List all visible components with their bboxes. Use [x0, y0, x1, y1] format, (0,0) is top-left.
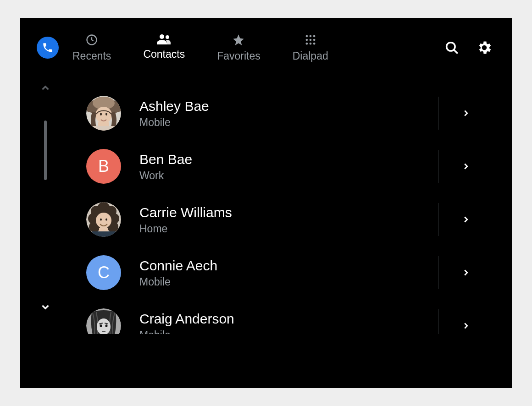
contact-row[interactable]: B Ben Bae Work — [86, 140, 512, 193]
row-divider — [438, 150, 438, 183]
contact-detail-button[interactable] — [457, 108, 475, 118]
svg-point-40 — [105, 324, 108, 327]
chevron-right-icon — [461, 108, 471, 118]
contact-info: Connie Aech Mobile — [139, 258, 438, 288]
contact-phone-type: Mobile — [139, 329, 438, 335]
svg-point-4 — [309, 35, 311, 37]
search-button[interactable] — [444, 40, 460, 55]
svg-point-11 — [313, 42, 316, 44]
chevron-right-icon — [461, 214, 471, 225]
svg-point-12 — [447, 43, 455, 51]
svg-rect-35 — [92, 231, 116, 237]
header-actions — [444, 39, 512, 56]
contact-row[interactable]: C Connie Aech Mobile — [86, 246, 512, 299]
contact-list-viewport: Ashley Bae Mobile B Ben Bae Work Carrie … — [20, 87, 512, 334]
tab-bar: Recents Contacts Favorites Dialpad — [72, 33, 328, 62]
app-header: Recents Contacts Favorites Dialpad — [20, 18, 512, 77]
search-icon — [444, 40, 460, 55]
svg-point-18 — [100, 113, 102, 115]
tab-label: Recents — [72, 50, 111, 62]
avatar-photo — [86, 202, 121, 237]
svg-point-2 — [166, 35, 169, 39]
contact-row[interactable]: Carrie Williams Home — [86, 193, 512, 246]
contact-info: Craig Anderson Mobile — [139, 311, 438, 335]
phone-icon — [42, 42, 54, 54]
svg-point-10 — [309, 42, 311, 44]
contact-list: Ashley Bae Mobile B Ben Bae Work Carrie … — [20, 87, 512, 334]
svg-rect-21 — [91, 126, 116, 131]
chevron-right-icon — [461, 268, 471, 278]
row-divider — [438, 256, 438, 289]
contact-name: Connie Aech — [139, 258, 438, 274]
svg-point-19 — [105, 113, 107, 115]
avatar-photo — [86, 308, 121, 334]
content-area: Ashley Bae Mobile B Ben Bae Work Carrie … — [20, 77, 512, 388]
contact-info: Carrie Williams Home — [139, 204, 438, 235]
dialer-button[interactable] — [37, 37, 59, 59]
svg-point-39 — [100, 324, 102, 327]
tab-dialpad[interactable]: Dialpad — [293, 33, 328, 62]
gear-icon — [476, 39, 493, 56]
tab-label: Favorites — [217, 50, 260, 62]
chevron-right-icon — [461, 161, 471, 171]
contact-info: Ashley Bae Mobile — [139, 98, 438, 129]
avatar-initial: B — [86, 149, 121, 184]
star-icon — [232, 33, 245, 46]
phone-app-window: Recents Contacts Favorites Dialpad — [20, 18, 512, 388]
contact-row[interactable]: Ashley Bae Mobile — [86, 87, 512, 140]
svg-point-33 — [105, 219, 107, 221]
contact-detail-button[interactable] — [457, 161, 475, 171]
contact-name: Ben Bae — [139, 151, 438, 168]
dialpad-icon — [304, 33, 317, 46]
contact-info: Ben Bae Work — [139, 151, 438, 182]
row-divider — [438, 97, 438, 130]
svg-point-8 — [313, 38, 316, 41]
clock-icon — [85, 33, 98, 46]
svg-point-5 — [313, 35, 316, 37]
people-icon — [157, 33, 172, 44]
contact-row[interactable]: Craig Anderson Mobile — [86, 299, 512, 334]
contact-phone-type: Mobile — [139, 276, 438, 288]
svg-point-6 — [305, 38, 308, 41]
contact-detail-button[interactable] — [457, 214, 475, 225]
svg-point-3 — [305, 35, 308, 37]
chevron-right-icon — [461, 321, 471, 331]
svg-point-9 — [305, 42, 308, 44]
tab-favorites[interactable]: Favorites — [217, 33, 260, 62]
contact-name: Carrie Williams — [139, 204, 438, 221]
contact-phone-type: Work — [139, 170, 438, 182]
tab-recents[interactable]: Recents — [72, 33, 111, 62]
contact-name: Ashley Bae — [139, 98, 438, 115]
avatar-photo — [86, 96, 121, 131]
svg-point-1 — [160, 34, 164, 39]
row-divider — [438, 203, 438, 236]
tab-label: Dialpad — [293, 50, 328, 62]
contact-detail-button[interactable] — [457, 321, 475, 331]
svg-point-7 — [309, 38, 311, 41]
tab-contacts[interactable]: Contacts — [143, 33, 185, 62]
contact-name: Craig Anderson — [139, 311, 438, 327]
contact-phone-type: Mobile — [139, 116, 438, 129]
contact-detail-button[interactable] — [457, 268, 475, 278]
avatar-initial: C — [86, 255, 121, 290]
row-divider — [438, 309, 438, 334]
contact-phone-type: Home — [139, 223, 438, 235]
svg-point-32 — [100, 219, 102, 221]
tab-label: Contacts — [143, 48, 185, 60]
settings-button[interactable] — [476, 39, 493, 56]
